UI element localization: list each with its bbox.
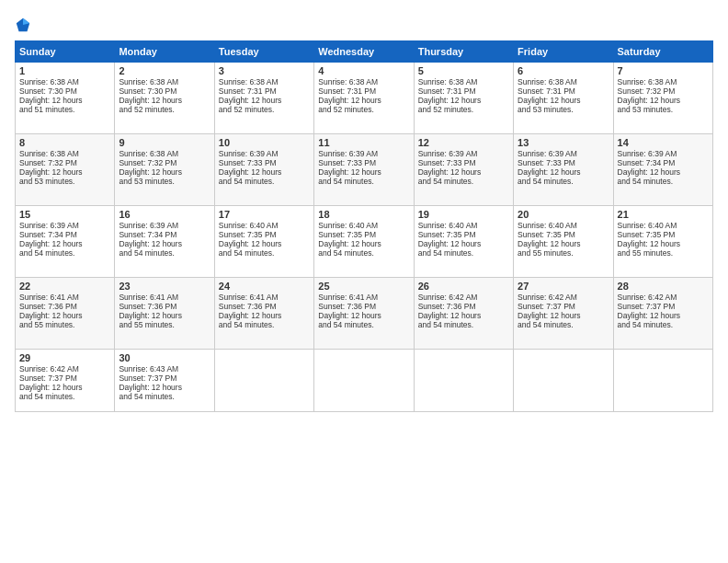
day-header: Sunday	[16, 41, 115, 63]
day-cell: 14Sunrise: 6:39 AMSunset: 7:34 PMDayligh…	[613, 134, 712, 206]
day-cell: 23Sunrise: 6:41 AMSunset: 7:36 PMDayligh…	[115, 278, 214, 350]
day-number: 25	[318, 281, 409, 292]
day-number: 9	[119, 137, 210, 148]
day-detail: Sunset: 7:37 PM	[618, 302, 709, 311]
day-number: 17	[219, 209, 310, 220]
day-detail: Daylight: 12 hours	[418, 96, 509, 105]
day-detail: Sunset: 7:37 PM	[19, 373, 110, 383]
day-detail: Daylight: 12 hours	[518, 96, 609, 105]
day-cell: 1Sunrise: 6:38 AMSunset: 7:30 PMDaylight…	[16, 63, 115, 134]
day-number: 21	[618, 209, 709, 220]
day-cell: 12Sunrise: 6:39 AMSunset: 7:33 PMDayligh…	[414, 134, 513, 206]
day-cell: 26Sunrise: 6:42 AMSunset: 7:36 PMDayligh…	[414, 278, 513, 350]
day-detail: and 54 minutes.	[418, 248, 509, 258]
day-cell: 17Sunrise: 6:40 AMSunset: 7:35 PMDayligh…	[214, 206, 313, 278]
day-detail: Sunset: 7:37 PM	[119, 373, 210, 383]
day-detail: and 54 minutes.	[19, 392, 110, 401]
header	[15, 15, 713, 33]
day-header: Wednesday	[314, 41, 414, 63]
day-number: 29	[19, 352, 110, 363]
day-detail: Sunrise: 6:38 AM	[19, 77, 110, 86]
day-detail: Sunset: 7:35 PM	[318, 230, 409, 239]
day-detail: and 54 minutes.	[418, 177, 509, 186]
day-detail: and 52 minutes.	[119, 105, 210, 114]
day-detail: Sunset: 7:31 PM	[518, 86, 609, 96]
day-detail: Daylight: 12 hours	[19, 96, 110, 105]
day-cell: 2Sunrise: 6:38 AMSunset: 7:30 PMDaylight…	[115, 63, 214, 134]
day-number: 24	[219, 281, 310, 292]
day-cell: 6Sunrise: 6:38 AMSunset: 7:31 PMDaylight…	[514, 63, 613, 134]
day-detail: Sunrise: 6:39 AM	[618, 149, 709, 158]
day-detail: and 52 minutes.	[318, 105, 409, 114]
day-detail: Sunrise: 6:38 AM	[318, 77, 409, 86]
day-detail: Sunset: 7:31 PM	[418, 86, 509, 96]
day-cell: 7Sunrise: 6:38 AMSunset: 7:32 PMDaylight…	[613, 63, 712, 134]
day-number: 23	[119, 281, 210, 292]
day-detail: Sunset: 7:36 PM	[219, 302, 310, 311]
day-detail: and 54 minutes.	[219, 248, 310, 258]
day-header: Saturday	[613, 41, 712, 63]
day-detail: Sunrise: 6:38 AM	[518, 77, 609, 86]
day-cell: 13Sunrise: 6:39 AMSunset: 7:33 PMDayligh…	[514, 134, 613, 206]
day-number: 12	[418, 137, 509, 148]
day-detail: Sunset: 7:34 PM	[19, 230, 110, 239]
day-detail: and 54 minutes.	[318, 320, 409, 329]
day-detail: Sunset: 7:36 PM	[318, 302, 409, 311]
day-number: 11	[318, 137, 409, 148]
day-detail: Sunset: 7:30 PM	[19, 86, 110, 96]
day-detail: and 53 minutes.	[618, 105, 709, 114]
day-detail: Sunrise: 6:39 AM	[418, 149, 509, 158]
day-detail: Sunset: 7:35 PM	[418, 230, 509, 239]
day-detail: Daylight: 12 hours	[119, 383, 210, 392]
day-detail: Daylight: 12 hours	[219, 311, 310, 320]
day-number: 14	[618, 137, 709, 148]
day-detail: Sunrise: 6:42 AM	[19, 364, 110, 373]
day-detail: Sunrise: 6:38 AM	[418, 77, 509, 86]
day-detail: Sunset: 7:32 PM	[119, 158, 210, 167]
calendar-week: 8Sunrise: 6:38 AMSunset: 7:32 PMDaylight…	[16, 134, 713, 206]
day-detail: Sunrise: 6:41 AM	[318, 293, 409, 302]
day-detail: Daylight: 12 hours	[418, 167, 509, 177]
day-detail: and 55 minutes.	[618, 248, 709, 258]
day-detail: and 54 minutes.	[518, 177, 609, 186]
day-detail: Sunrise: 6:40 AM	[219, 221, 310, 230]
day-cell: 30Sunrise: 6:43 AMSunset: 7:37 PMDayligh…	[115, 350, 214, 412]
day-detail: Sunrise: 6:41 AM	[19, 293, 110, 302]
day-detail: and 54 minutes.	[19, 248, 110, 258]
empty-cell	[514, 350, 613, 412]
day-detail: Daylight: 12 hours	[418, 311, 509, 320]
day-detail: and 53 minutes.	[119, 177, 210, 186]
day-detail: and 53 minutes.	[518, 105, 609, 114]
day-detail: and 54 minutes.	[219, 320, 310, 329]
day-header: Monday	[115, 41, 214, 63]
day-detail: Daylight: 12 hours	[518, 311, 609, 320]
day-cell: 8Sunrise: 6:38 AMSunset: 7:32 PMDaylight…	[16, 134, 115, 206]
day-detail: and 54 minutes.	[119, 248, 210, 258]
day-cell: 20Sunrise: 6:40 AMSunset: 7:35 PMDayligh…	[514, 206, 613, 278]
day-detail: Daylight: 12 hours	[19, 239, 110, 248]
day-detail: and 53 minutes.	[19, 177, 110, 186]
empty-cell	[314, 350, 414, 412]
day-number: 7	[618, 65, 709, 76]
day-detail: Daylight: 12 hours	[119, 96, 210, 105]
day-detail: Sunrise: 6:38 AM	[119, 77, 210, 86]
day-detail: Daylight: 12 hours	[119, 239, 210, 248]
day-detail: Sunrise: 6:38 AM	[119, 149, 210, 158]
day-cell: 24Sunrise: 6:41 AMSunset: 7:36 PMDayligh…	[214, 278, 313, 350]
day-detail: Sunset: 7:33 PM	[518, 158, 609, 167]
day-detail: Sunset: 7:36 PM	[119, 302, 210, 311]
day-detail: and 54 minutes.	[219, 177, 310, 186]
day-detail: Sunrise: 6:38 AM	[618, 77, 709, 86]
day-detail: Sunrise: 6:42 AM	[418, 293, 509, 302]
day-detail: Sunset: 7:32 PM	[618, 86, 709, 96]
day-header: Friday	[514, 41, 613, 63]
day-detail: Daylight: 12 hours	[518, 239, 609, 248]
day-number: 15	[19, 209, 110, 220]
day-detail: and 54 minutes.	[618, 177, 709, 186]
day-detail: and 54 minutes.	[318, 177, 409, 186]
day-detail: Sunset: 7:36 PM	[19, 302, 110, 311]
day-detail: and 52 minutes.	[219, 105, 310, 114]
day-detail: Sunset: 7:33 PM	[318, 158, 409, 167]
day-detail: Sunrise: 6:39 AM	[119, 221, 210, 230]
day-detail: Daylight: 12 hours	[618, 239, 709, 248]
